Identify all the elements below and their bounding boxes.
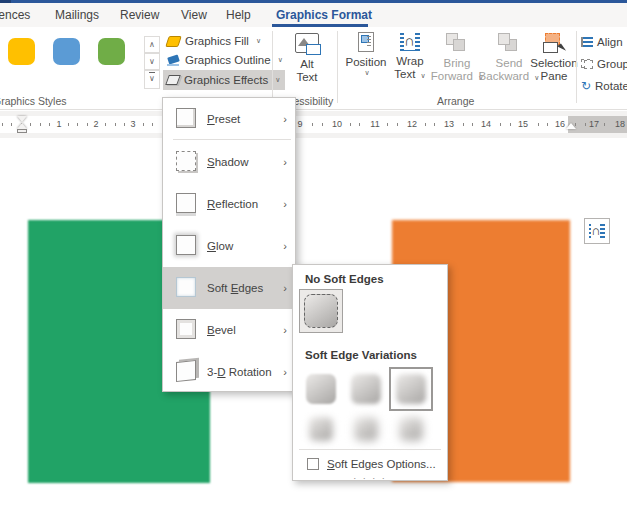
layout-options-button[interactable] <box>584 218 610 244</box>
style-swatch-green[interactable] <box>98 38 125 65</box>
selection-pane-icon <box>543 33 565 53</box>
chevron-up-icon: ∧ <box>149 40 155 49</box>
menu-divider <box>173 139 291 140</box>
wrap-text-label-1: Wrap <box>396 55 423 68</box>
position-button[interactable]: Position ∨ <box>343 30 389 77</box>
gallery-more-icon: ∨ <box>149 72 155 84</box>
menu-item-glow[interactable]: Glow › <box>163 225 295 267</box>
graphics-outline-button[interactable]: Graphics Outline ∨ <box>163 50 285 70</box>
ruler-number: 18 <box>613 119 627 130</box>
position-label: Position <box>346 56 387 69</box>
wrap-text-button[interactable]: Wrap Text ∨ <box>390 30 430 82</box>
submenu-arrow-icon: › <box>283 198 287 210</box>
ruler-number: 12 <box>405 119 419 130</box>
gallery-scroll-up-button[interactable]: ∧ <box>144 36 160 53</box>
tab-help[interactable]: Help <box>226 3 251 27</box>
no-soft-edges-header: No Soft Edges <box>305 273 384 285</box>
left-indent-marker[interactable] <box>17 129 27 133</box>
graphics-effects-icon <box>165 75 181 85</box>
group-button[interactable]: Group <box>581 54 627 74</box>
submenu-arrow-icon: › <box>283 156 287 168</box>
submenu-arrow-icon: › <box>283 240 287 252</box>
tab-view[interactable]: View <box>181 3 207 27</box>
graphics-outline-icon <box>167 55 180 66</box>
rotate-label: Rotate <box>595 80 627 92</box>
soft-edge-variations-header: Soft Edge Variations <box>305 349 417 361</box>
chevron-down-icon: ∨ <box>275 76 280 84</box>
submenu-divider <box>299 449 441 450</box>
send-backward-label-2: Backward <box>479 70 530 82</box>
graphics-fill-button[interactable]: Graphics Fill ∨ <box>163 31 285 51</box>
menu-item-3d-rotation[interactable]: 3-D Rotation › <box>163 351 295 393</box>
tab-mailings[interactable]: Mailings <box>55 3 99 27</box>
graphics-outline-label: Graphics Outline <box>185 54 271 66</box>
no-soft-edges-preview <box>304 294 338 328</box>
menu-item-preset[interactable]: Preset › <box>163 98 295 140</box>
ribbon: ∧ ∨ ∨ Graphics Fill ∨ Graphics Outline ∨… <box>0 27 627 110</box>
align-button[interactable]: Align <box>581 32 623 52</box>
soft-edge-variation-5[interactable] <box>344 407 388 451</box>
group-separator <box>337 31 338 103</box>
selection-pane-button[interactable]: Selection Pane <box>532 30 576 83</box>
group-separator <box>576 31 577 103</box>
soft-edge-variation-2[interactable] <box>344 367 388 411</box>
bring-forward-button[interactable]: Bring Forward ∨ <box>432 30 482 84</box>
bevel-icon <box>176 319 196 339</box>
gallery-scroll-down-button[interactable]: ∨ <box>144 53 160 70</box>
soft-edge-variation-4[interactable] <box>299 407 343 451</box>
ruler-number: 1 <box>54 119 63 130</box>
send-backward-icon <box>498 33 520 53</box>
submenu-arrow-icon: › <box>283 282 287 294</box>
menu-item-shadow[interactable]: Shadow › <box>163 141 295 183</box>
graphics-effects-menu: Preset › Shadow › Reflection › Glow › So… <box>162 97 296 392</box>
soft-edge-variation-6[interactable] <box>389 407 433 451</box>
shadow-icon <box>176 151 196 171</box>
ruler-number: 13 <box>442 119 456 130</box>
ruler-number: 17 <box>587 119 601 130</box>
3d-rotation-icon <box>176 360 196 382</box>
bring-forward-label-1: Bring <box>444 57 471 70</box>
right-indent-marker[interactable] <box>566 123 576 129</box>
tab-review[interactable]: Review <box>120 3 159 27</box>
menu-item-soft-edges[interactable]: Soft Edges › <box>163 267 295 309</box>
alt-text-label-2: Text <box>296 71 317 84</box>
chevron-down-icon: ∨ <box>421 72 426 79</box>
menu-item-bevel[interactable]: Bevel › <box>163 309 295 351</box>
menu-item-reflection[interactable]: Reflection › <box>163 183 295 225</box>
ruler-number: 3 <box>128 119 137 130</box>
ruler-number: 9 <box>295 119 304 130</box>
style-swatch-yellow[interactable] <box>8 38 35 65</box>
ruler-number: 2 <box>91 119 100 130</box>
soft-edge-variation-1[interactable] <box>299 367 343 411</box>
rotate-button[interactable]: ↻ Rotate <box>581 76 627 96</box>
gallery-more-button[interactable]: ∨ <box>144 70 160 89</box>
menu-resize-gripper[interactable]: · · · · <box>293 473 447 483</box>
graphics-fill-label: Graphics Fill <box>185 35 249 47</box>
send-backward-button[interactable]: Send Backward ∨ <box>483 30 535 84</box>
arrange-group-label: Arrange <box>437 95 474 107</box>
soft-edges-submenu: No Soft Edges Soft Edge Variations Soft … <box>292 264 448 481</box>
ruler-number: 16 <box>553 119 567 130</box>
tab-references[interactable]: References <box>0 3 30 27</box>
style-swatch-blue[interactable] <box>53 38 80 65</box>
no-soft-edges-thumbnail[interactable] <box>299 289 343 333</box>
preset-icon <box>176 108 196 128</box>
submenu-arrow-icon: › <box>283 324 287 336</box>
position-icon <box>358 32 374 52</box>
graphics-effects-button[interactable]: Graphics Effects ∨ <box>163 70 285 90</box>
wrap-text-label-2: Text <box>394 68 415 80</box>
graphics-styles-group-label: Graphics Styles <box>0 95 67 107</box>
submenu-arrow-icon: › <box>283 366 287 378</box>
soft-edges-options-button[interactable]: Soft Edges Options... <box>293 453 449 475</box>
chevron-down-icon: ∨ <box>364 69 369 77</box>
alt-text-icon <box>295 33 319 53</box>
chevron-down-icon: ∨ <box>256 37 261 45</box>
soft-edge-variation-3-selected[interactable] <box>389 367 433 411</box>
ruler-number: 11 <box>368 119 381 130</box>
wrap-text-icon <box>400 33 420 51</box>
align-icon <box>581 37 593 47</box>
selection-pane-label-2: Pane <box>541 70 568 83</box>
alt-text-button[interactable]: Alt Text <box>284 30 330 84</box>
chevron-down-icon: ∨ <box>278 56 283 64</box>
first-line-indent-marker[interactable] <box>17 116 27 122</box>
